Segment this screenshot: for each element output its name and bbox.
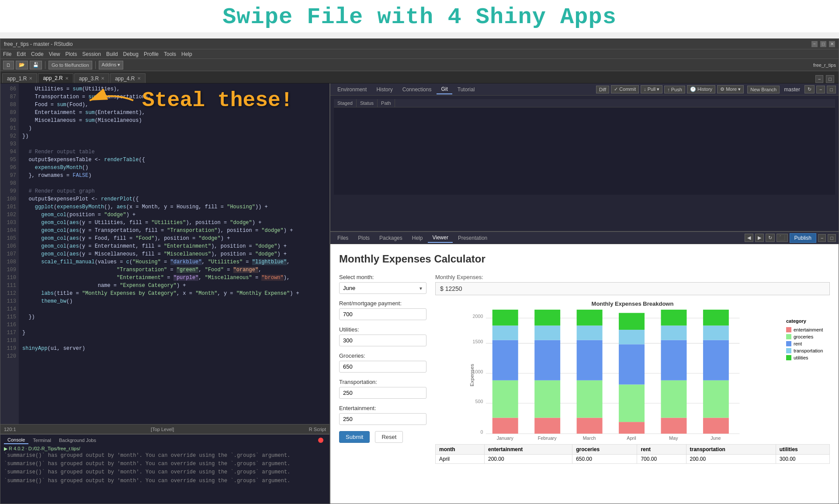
new-branch-button[interactable]: New Branch: [747, 86, 780, 93]
entertainment-group: Entertainment:: [339, 405, 426, 425]
restore-button[interactable]: □: [820, 41, 826, 47]
y-axis-label: Expenses: [469, 364, 475, 387]
menu-profile[interactable]: Profile: [144, 51, 159, 57]
tab-history[interactable]: History: [372, 85, 397, 94]
menu-debug[interactable]: Debug: [123, 51, 139, 57]
bar-jun-utilities: [703, 310, 729, 325]
tab-viewer[interactable]: Viewer: [428, 233, 452, 243]
bar-jan-utilities: [492, 310, 518, 325]
minimize-env-button[interactable]: −: [816, 86, 825, 93]
tab-packages[interactable]: Packages: [375, 233, 407, 243]
menu-help[interactable]: Help: [181, 51, 192, 57]
close-icon[interactable]: ✕: [29, 76, 32, 81]
console-line: `summarise()` has grouped output by 'mon…: [4, 460, 326, 468]
viewer-nav-forward[interactable]: ▶: [755, 234, 764, 242]
entertainment-label: Entertainment:: [339, 405, 426, 411]
viewer-refresh[interactable]: ↻: [766, 234, 775, 242]
console-tab-console[interactable]: Console: [4, 436, 28, 444]
source-tab-app3[interactable]: app_3.R ✕: [74, 73, 109, 83]
publish-button[interactable]: Publish: [790, 233, 816, 243]
main-content: 8687888990919293949596979899100101102103…: [0, 83, 839, 504]
bar-mar-entertainment: [577, 418, 603, 434]
console-line: `summarise()` has grouped output by 'mon…: [4, 477, 326, 485]
close-icon[interactable]: ✕: [137, 76, 141, 81]
refresh-button[interactable]: ↻: [804, 85, 815, 93]
code-editor[interactable]: 8687888990919293949596979899100101102103…: [0, 83, 329, 424]
bar-apr-rent: [619, 344, 645, 384]
shiny-app-body: Select month: January February March Apr…: [339, 274, 830, 464]
save-button[interactable]: 💾: [30, 61, 42, 69]
tab-plots[interactable]: Plots: [354, 233, 374, 243]
tab-help[interactable]: Help: [408, 233, 427, 243]
menu-build[interactable]: Build: [106, 51, 118, 57]
groceries-input[interactable]: [339, 361, 426, 373]
cell-entertainment: 200.00: [485, 455, 572, 464]
menu-tools[interactable]: Tools: [164, 51, 176, 57]
tab-files[interactable]: Files: [333, 233, 353, 243]
close-icon[interactable]: ✕: [65, 76, 69, 81]
menu-plots[interactable]: Plots: [66, 51, 77, 57]
menu-code[interactable]: Code: [31, 51, 44, 57]
tab-git[interactable]: Git: [437, 85, 452, 94]
legend-label-utilities: utilities: [794, 355, 808, 360]
open-file-button[interactable]: 📂: [16, 61, 28, 69]
bar-feb-rent: [534, 340, 560, 380]
month-select[interactable]: January February March April May June: [339, 282, 426, 294]
more-button[interactable]: ⚙ More ▾: [717, 85, 744, 93]
console-tab-terminal[interactable]: Terminal: [29, 436, 55, 444]
viewer-nav-back[interactable]: ◀: [745, 234, 753, 242]
console-tab-background-jobs[interactable]: Background Jobs: [55, 436, 100, 444]
viewer-maximize[interactable]: □: [828, 234, 836, 242]
push-button[interactable]: ↑ Push: [664, 86, 685, 93]
reset-button[interactable]: Reset: [375, 431, 403, 443]
tab-connections[interactable]: Connections: [398, 85, 436, 94]
entertainment-input[interactable]: [339, 413, 426, 425]
tab-tutorial[interactable]: Tutorial: [453, 85, 479, 94]
svg-text:2000: 2000: [473, 314, 483, 319]
minimize-button[interactable]: −: [811, 41, 818, 47]
source-tab-app2[interactable]: app_2.R ✕: [38, 73, 73, 83]
viewer-minimize[interactable]: −: [818, 234, 826, 242]
source-tab-app4[interactable]: app_4.R ✕: [110, 73, 145, 83]
submit-button[interactable]: Submit: [339, 431, 370, 443]
bar-jun-transportation: [703, 325, 729, 340]
tab-presentation[interactable]: Presentation: [454, 233, 492, 243]
expenses-table: month entertainment groceries rent trans…: [435, 444, 830, 464]
rent-group: Rent/mortgage payment:: [339, 300, 426, 320]
addins-button[interactable]: Addins ▾: [99, 61, 124, 69]
close-button[interactable]: ✕: [829, 41, 835, 47]
close-icon[interactable]: ✕: [101, 76, 104, 81]
source-tab-app1[interactable]: app_1.R ✕: [2, 73, 37, 83]
git-panel: Staged Status Path: [334, 99, 835, 195]
viewer-tab-bar: Files Plots Packages Help Viewer Present…: [330, 232, 839, 244]
pull-button[interactable]: ↓ Pull ▾: [641, 85, 662, 93]
rent-input[interactable]: [339, 308, 426, 320]
history-button[interactable]: 🕐 History: [687, 85, 715, 93]
maximize-env-button[interactable]: □: [827, 86, 836, 93]
menu-session[interactable]: Session: [82, 51, 101, 57]
tab-environment[interactable]: Environment: [333, 85, 371, 94]
legend-groceries: groceries: [786, 334, 830, 339]
menu-file[interactable]: File: [3, 51, 11, 57]
banner-title: Swipe File with 4 Shiny Apps: [222, 4, 617, 30]
code-text[interactable]: Utilities = sum(Utilities), Transportati…: [19, 83, 329, 424]
transportation-input[interactable]: [339, 387, 426, 399]
maximize-panel-button[interactable]: □: [826, 75, 834, 83]
bar-jun-rent: [703, 340, 729, 380]
new-file-button[interactable]: 🗋: [3, 61, 14, 69]
bar-jun-groceries: [703, 380, 729, 418]
bar-jan-transportation: [492, 325, 518, 340]
x-label-feb: February: [538, 435, 557, 441]
utilities-input[interactable]: [339, 335, 426, 346]
menu-view[interactable]: View: [49, 51, 60, 57]
menu-edit[interactable]: Edit: [17, 51, 26, 57]
utilities-group: Utilities:: [339, 326, 426, 346]
groceries-label: Groceries:: [339, 352, 426, 359]
viewer-stop[interactable]: ⬛: [777, 234, 788, 242]
transportation-group: Transportation:: [339, 379, 426, 399]
commit-button[interactable]: ✓ Commit: [611, 85, 639, 93]
diff-button[interactable]: Diff: [596, 86, 609, 93]
console-line: `summarise()` has grouped output by 'mon…: [4, 452, 326, 460]
goto-file-button[interactable]: Go to file/function: [49, 61, 92, 69]
minimize-panel-button[interactable]: −: [815, 75, 823, 83]
